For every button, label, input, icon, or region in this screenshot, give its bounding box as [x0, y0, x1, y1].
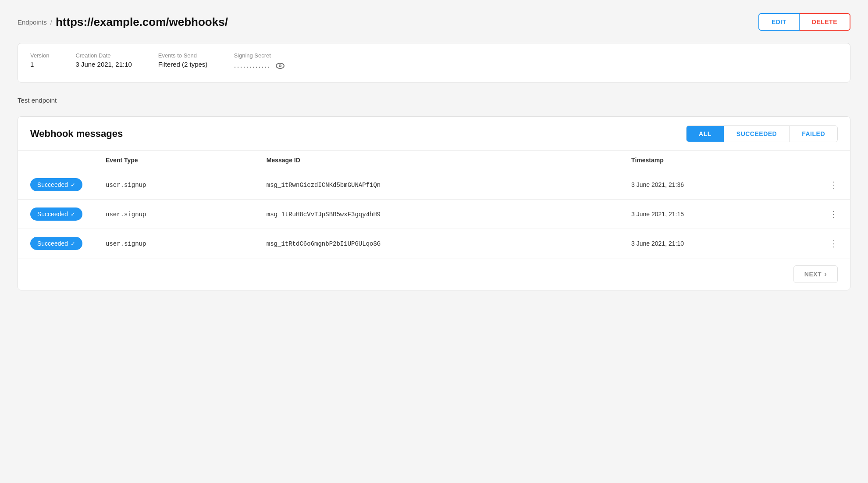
meta-section: Version 1 Creation Date 3 June 2021, 21:… [18, 43, 850, 82]
next-label: NEXT [804, 271, 822, 278]
version-meta: Version 1 [30, 52, 49, 73]
check-icon: ✓ [71, 182, 75, 188]
header-actions: EDIT DELETE [758, 13, 850, 31]
version-value: 1 [30, 61, 49, 68]
message-id-value: msg_1tRuH8cVvTJpSBB5wxF3gqy4hH9 [267, 211, 381, 218]
creation-date-value: 3 June 2021, 21:10 [75, 61, 132, 68]
next-button[interactable]: NEXT › [793, 265, 838, 283]
breadcrumb-separator: / [50, 18, 52, 26]
tab-failed[interactable]: FAILED [789, 126, 837, 142]
status-cell: Succeeded ✓ [18, 170, 97, 200]
timestamp-value: 3 June 2021, 21:15 [631, 211, 684, 218]
breadcrumb-parent[interactable]: Endpoints [18, 18, 47, 26]
table-row: Succeeded ✓ user.signup msg_1tRwnGiczdIC… [18, 170, 850, 200]
page-title: https://example.com/webhooks/ [56, 15, 228, 29]
timestamp-value: 3 June 2021, 21:10 [631, 240, 684, 247]
test-endpoint-label[interactable]: Test endpoint [18, 97, 57, 104]
event-type-cell: user.signup [97, 200, 258, 229]
edit-button[interactable]: EDIT [758, 13, 800, 31]
event-type-value: user.signup [106, 240, 146, 247]
actions-cell: ⋮ [817, 170, 850, 200]
status-cell: Succeeded ✓ [18, 200, 97, 229]
table-row: Succeeded ✓ user.signup msg_1tRtdC6o6mgn… [18, 229, 850, 258]
event-type-cell: user.signup [97, 229, 258, 258]
col-actions [817, 150, 850, 170]
col-event-type: Event Type [97, 150, 258, 170]
col-timestamp: Timestamp [623, 150, 817, 170]
message-id-cell: msg_1tRwnGiczdICNKd5bmGUNAPf1Qn [258, 170, 623, 200]
messages-section: Webhook messages ALL SUCCEEDED FAILED Ev… [18, 116, 850, 290]
check-icon: ✓ [71, 240, 75, 247]
events-to-send-meta: Events to Send Filtered (2 types) [158, 52, 208, 73]
event-type-cell: user.signup [97, 170, 258, 200]
status-label: Succeeded [37, 181, 68, 188]
signing-secret-row: ············ [234, 61, 285, 73]
test-endpoint-area: Test endpoint [18, 97, 850, 104]
more-options-button[interactable]: ⋮ [825, 179, 841, 191]
signing-secret-meta: Signing Secret ············ [234, 52, 285, 73]
messages-title: Webhook messages [30, 128, 123, 140]
message-id-cell: msg_1tRuH8cVvTJpSBB5wxF3gqy4hH9 [258, 200, 623, 229]
events-to-send-value: Filtered (2 types) [158, 61, 208, 68]
breadcrumb: Endpoints / https://example.com/webhooks… [18, 15, 228, 29]
eye-icon[interactable] [275, 61, 285, 73]
more-options-button[interactable]: ⋮ [825, 237, 841, 250]
filter-tabs: ALL SUCCEEDED FAILED [686, 125, 838, 142]
status-label: Succeeded [37, 211, 68, 218]
check-icon: ✓ [71, 211, 75, 218]
events-to-send-label: Events to Send [158, 52, 208, 59]
version-label: Version [30, 52, 49, 59]
tab-succeeded[interactable]: SUCCEEDED [724, 126, 789, 142]
col-message-id: Message ID [258, 150, 623, 170]
status-badge: Succeeded ✓ [30, 178, 82, 191]
event-type-value: user.signup [106, 182, 146, 189]
svg-point-2 [280, 65, 281, 67]
signing-secret-label: Signing Secret [234, 52, 285, 59]
timestamp-cell: 3 June 2021, 21:10 [623, 229, 817, 258]
pagination-area: NEXT › [18, 258, 850, 290]
tab-all[interactable]: ALL [687, 126, 724, 142]
delete-button[interactable]: DELETE [800, 13, 850, 31]
creation-date-label: Creation Date [75, 52, 132, 59]
status-badge: Succeeded ✓ [30, 208, 82, 221]
status-cell: Succeeded ✓ [18, 229, 97, 258]
message-id-value: msg_1tRtdC6o6mgnbP2bI1UPGULqoSG [267, 240, 381, 247]
timestamp-cell: 3 June 2021, 21:36 [623, 170, 817, 200]
status-badge: Succeeded ✓ [30, 237, 82, 250]
more-options-button[interactable]: ⋮ [825, 208, 841, 220]
status-label: Succeeded [37, 240, 68, 247]
creation-date-meta: Creation Date 3 June 2021, 21:10 [75, 52, 132, 73]
table-row: Succeeded ✓ user.signup msg_1tRuH8cVvTJp… [18, 200, 850, 229]
page-header: Endpoints / https://example.com/webhooks… [18, 13, 850, 31]
messages-table: Event Type Message ID Timestamp Succeede… [18, 150, 850, 258]
table-header-row: Event Type Message ID Timestamp [18, 150, 850, 170]
timestamp-cell: 3 June 2021, 21:15 [623, 200, 817, 229]
signing-secret-dots: ············ [234, 62, 270, 72]
message-id-value: msg_1tRwnGiczdICNKd5bmGUNAPf1Qn [267, 182, 381, 189]
actions-cell: ⋮ [817, 229, 850, 258]
actions-cell: ⋮ [817, 200, 850, 229]
chevron-right-icon: › [824, 270, 827, 278]
col-status [18, 150, 97, 170]
event-type-value: user.signup [106, 211, 146, 218]
messages-header: Webhook messages ALL SUCCEEDED FAILED [18, 117, 850, 150]
timestamp-value: 3 June 2021, 21:36 [631, 181, 684, 188]
message-id-cell: msg_1tRtdC6o6mgnbP2bI1UPGULqoSG [258, 229, 623, 258]
